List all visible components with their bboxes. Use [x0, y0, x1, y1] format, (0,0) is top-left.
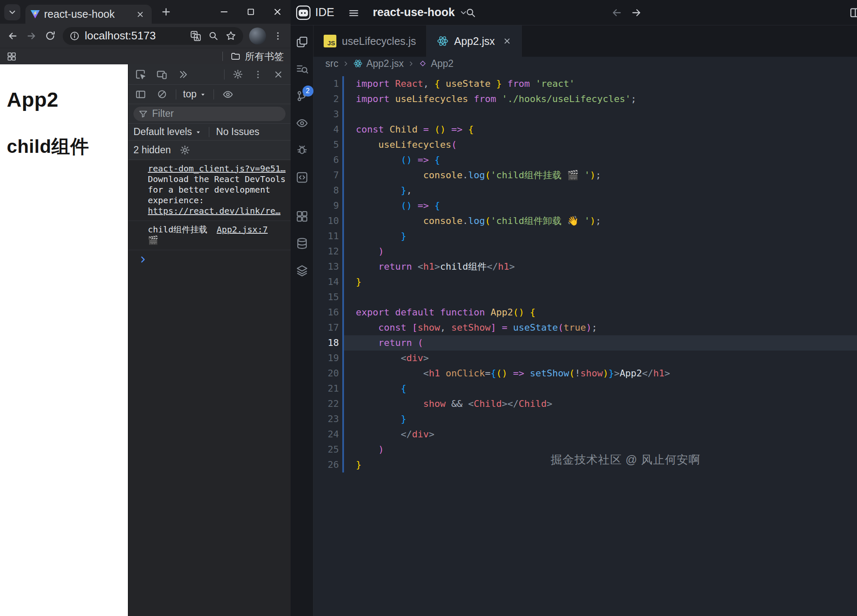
line-number[interactable]: 11	[313, 229, 339, 244]
code-text[interactable]: },	[344, 183, 857, 198]
extensions-grid-icon[interactable]	[295, 209, 309, 224]
code-text[interactable]: console.log('child组件卸载 👋 ');	[344, 213, 857, 229]
code-text[interactable]: import useLifecycles from './hooks/useLi…	[344, 91, 857, 107]
code-line[interactable]: 22 show && <Child></Child>	[313, 396, 857, 412]
forward-button[interactable]	[22, 27, 41, 45]
menu-hamburger-icon[interactable]	[347, 6, 361, 20]
code-text[interactable]: <h1 onClick={() => setShow(!show)}>App2<…	[344, 366, 857, 381]
code-line[interactable]: 13 return <h1>child组件</h1>	[313, 259, 857, 274]
code-text[interactable]	[344, 290, 857, 305]
code-text[interactable]: show && <Child></Child>	[344, 396, 857, 412]
code-line[interactable]: 15	[313, 290, 857, 305]
hidden-messages-label[interactable]: 2 hidden	[133, 144, 171, 156]
code-text[interactable]: return (	[344, 335, 857, 351]
all-bookmarks-label[interactable]: 所有书签	[245, 50, 284, 63]
code-line[interactable]: 20 <h1 onClick={() => setShow(!show)}>Ap…	[313, 366, 857, 381]
line-number[interactable]: 20	[313, 366, 339, 381]
source-control-icon[interactable]: 2	[295, 89, 309, 103]
database-icon[interactable]	[295, 236, 309, 251]
code-text[interactable]: import React, { useState } from 'react'	[344, 76, 857, 91]
line-number[interactable]: 24	[313, 427, 339, 442]
no-issues-label[interactable]: No Issues	[216, 126, 259, 138]
page-heading-app2[interactable]: App2	[7, 88, 121, 111]
window-maximize-button[interactable]	[237, 0, 264, 24]
console-prompt[interactable]	[128, 250, 291, 264]
search-icon[interactable]	[295, 62, 309, 76]
console-source-link[interactable]: react-dom_client.js?v=9e51…	[148, 163, 286, 174]
code-text[interactable]: export default function App2() {	[344, 305, 857, 320]
nav-back-icon[interactable]	[611, 7, 623, 19]
eye-icon[interactable]	[295, 116, 309, 130]
console-settings-icon[interactable]	[178, 143, 192, 157]
console-react-devtools-link[interactable]: https://react.dev/link/re…	[148, 206, 280, 216]
line-number[interactable]: 16	[313, 305, 339, 320]
line-number[interactable]: 22	[313, 396, 339, 412]
code-line[interactable]: 6 () => {	[313, 152, 857, 168]
code-line[interactable]: 7 console.log('child组件挂载 🎬 ');	[313, 168, 857, 183]
address-bar[interactable]: localhost:5173	[63, 27, 243, 45]
line-number[interactable]: 15	[313, 290, 339, 305]
split-editor-icon[interactable]	[849, 7, 857, 19]
code-line[interactable]: 17 const [show, setShow] = useState(true…	[313, 320, 857, 335]
code-text[interactable]: }	[344, 229, 857, 244]
inspect-element-icon[interactable]	[133, 67, 148, 82]
browser-menu-icon[interactable]	[269, 27, 287, 45]
code-line[interactable]: 4const Child = () => {	[313, 122, 857, 137]
code-line[interactable]: 3	[313, 107, 857, 122]
window-minimize-button[interactable]	[211, 0, 237, 24]
code-text[interactable]: {	[344, 381, 857, 396]
tab-app2[interactable]: App2.jsx	[427, 25, 522, 57]
explorer-icon[interactable]	[295, 35, 309, 49]
code-line[interactable]: 5 useLifecycles(	[313, 137, 857, 152]
code-line[interactable]: 19 <div>	[313, 351, 857, 366]
code-text[interactable]: }	[344, 412, 857, 427]
code-line[interactable]: 16export default function App2() {	[313, 305, 857, 320]
code-text[interactable]: () => {	[344, 198, 857, 213]
console-log-source-link[interactable]: App2.jsx:7	[217, 224, 268, 235]
code-line[interactable]: 8 },	[313, 183, 857, 198]
line-number[interactable]: 13	[313, 259, 339, 274]
line-number[interactable]: 10	[313, 213, 339, 229]
line-number[interactable]: 21	[313, 381, 339, 396]
code-text[interactable]: )	[344, 244, 857, 259]
line-number[interactable]: 1	[313, 76, 339, 91]
line-number[interactable]: 18	[313, 335, 339, 351]
device-toolbar-icon[interactable]	[155, 67, 169, 82]
ide-search-icon[interactable]	[463, 6, 478, 20]
line-number[interactable]: 8	[313, 183, 339, 198]
log-levels-dropdown[interactable]: Default levels	[133, 126, 202, 138]
console-context-selector[interactable]: top	[183, 88, 207, 100]
line-number[interactable]: 3	[313, 107, 339, 122]
line-number[interactable]: 26	[313, 457, 339, 472]
more-tabs-icon[interactable]	[176, 67, 190, 82]
code-line[interactable]: 21 {	[313, 381, 857, 396]
code-line[interactable]: 14}	[313, 274, 857, 290]
code-line[interactable]: 24 </div>	[313, 427, 857, 442]
code-box-icon[interactable]	[295, 170, 309, 185]
code-line[interactable]: 2import useLifecycles from './hooks/useL…	[313, 91, 857, 107]
apps-grid-icon[interactable]	[7, 52, 17, 61]
line-number[interactable]: 7	[313, 168, 339, 183]
line-number[interactable]: 4	[313, 122, 339, 137]
code-text[interactable]	[344, 107, 857, 122]
line-number[interactable]: 23	[313, 412, 339, 427]
zoom-icon[interactable]	[208, 30, 219, 41]
browser-tab[interactable]: react-use-hook	[25, 5, 152, 24]
devtools-menu-icon[interactable]	[251, 67, 265, 82]
breadcrumb-src[interactable]: src	[325, 58, 338, 69]
line-number[interactable]: 2	[313, 91, 339, 107]
devtools-settings-icon[interactable]	[230, 67, 245, 82]
code-line[interactable]: 18 return (	[313, 335, 857, 351]
window-close-button[interactable]	[264, 0, 291, 24]
breadcrumb-file[interactable]: App2.jsx	[366, 58, 404, 69]
code-text[interactable]: }	[344, 274, 857, 290]
debug-bug-icon[interactable]	[295, 143, 309, 157]
back-button[interactable]	[3, 27, 22, 45]
code-text[interactable]: console.log('child组件挂载 🎬 ');	[344, 168, 857, 183]
tab-close-icon[interactable]	[134, 8, 147, 21]
code-line[interactable]: 9 () => {	[313, 198, 857, 213]
code-text[interactable]: useLifecycles(	[344, 137, 857, 152]
devtools-close-icon[interactable]	[271, 67, 286, 82]
line-number[interactable]: 19	[313, 351, 339, 366]
line-number[interactable]: 17	[313, 320, 339, 335]
